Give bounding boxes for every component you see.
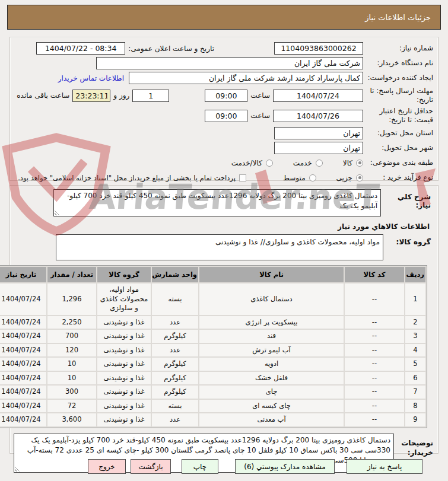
- table-cell: غذا و نوشیدنی: [97, 386, 151, 399]
- buyer-org-field[interactable]: [96, 57, 363, 69]
- purchase-type-option-medium[interactable]: متوسط: [283, 174, 316, 182]
- table-row: 2--بیسکویت پر انرژیعددغذا و نوشیدنی2,250…: [0, 316, 425, 329]
- items-groupbox: شرح کلي نیاز: دستمال کاغذی رومیزی بیتا 2…: [9, 185, 439, 454]
- print-button[interactable]: چاپ: [182, 459, 218, 474]
- row-price-validity: حداقل تاریخ اعتبار قیمت: تا تاریخ: ساعت: [15, 106, 433, 126]
- respond-to-need-button[interactable]: پاسخ به نیاز: [347, 459, 422, 474]
- table-cell: 3,600: [47, 413, 96, 426]
- treasury-checkbox-label: پرداخت تمام یا بخشی از مبلغ خرید،از محل …: [18, 174, 236, 182]
- buyer-contact-link[interactable]: اطلاعات تماس خریدار: [58, 74, 124, 82]
- table-cell: 6: [405, 372, 425, 385]
- subject-class-option-goods[interactable]: کالا: [343, 159, 363, 167]
- price-validity-label: حداقل تاریخ اعتبار قیمت: تا تاریخ:: [363, 107, 433, 125]
- subject-class-option-service[interactable]: خدمت: [293, 159, 323, 167]
- table-cell: 1404/07/24: [0, 344, 46, 357]
- table-cell: بسته: [152, 283, 198, 315]
- table-cell: چای: [199, 386, 344, 399]
- table-cell: --: [345, 400, 404, 413]
- delivery-province-field[interactable]: [274, 127, 363, 139]
- table-cell: غذا و نوشیدنی: [97, 330, 151, 343]
- table-cell: فلفل خشک: [199, 372, 344, 385]
- days-remaining-label: روز و: [113, 91, 129, 100]
- resize-grip-icon[interactable]: [55, 209, 61, 215]
- price-validity-date-field[interactable]: [273, 110, 363, 122]
- announce-datetime-field[interactable]: [36, 42, 125, 55]
- need-info-groupbox: شماره نیاز: تاریخ و ساعت اعلان عمومی: نا…: [9, 37, 439, 181]
- action-button-bar: پاسخ به نیاز مشاهده مدارک پیوستي (6) چاپ…: [0, 459, 422, 474]
- table-cell: 72: [47, 400, 96, 413]
- items-section-header: اطلاعات کالاهاي مورد نیاز: [14, 222, 430, 231]
- title-bar: جزئیات اطلاعات نیاز: [7, 5, 441, 30]
- announce-datetime-label: تاریخ و ساعت اعلان عمومی:: [128, 44, 214, 53]
- table-cell: کیلوگرم: [152, 358, 198, 371]
- row-reply-deadline: مهلت ارسال پاسخ: تا تاریخ: ساعت روز و سا…: [15, 85, 433, 106]
- table-cell: 300: [47, 386, 96, 399]
- radio-goods-icon[interactable]: [356, 160, 363, 167]
- hours-remaining-field[interactable]: [72, 90, 110, 102]
- col-item-code: کد کالا: [345, 267, 404, 282]
- col-item-name: نام کالا: [199, 267, 344, 282]
- request-creator-field[interactable]: [129, 72, 363, 84]
- table-cell: بیسکویت پر انرژی: [199, 316, 344, 329]
- subject-class-label: طبقه بندی موضوعی:: [363, 158, 433, 167]
- table-cell: غذا و نوشیدنی: [97, 358, 151, 371]
- table-cell: عدد: [152, 344, 198, 357]
- radio-minor-icon[interactable]: [356, 174, 363, 181]
- items-table: ردیف کد کالا نام کالا واحد شمارش گروه کا…: [0, 265, 427, 428]
- radio-goods-service-icon[interactable]: [266, 160, 273, 167]
- treasury-checkbox[interactable]: [239, 174, 246, 181]
- table-cell: 1: [405, 283, 425, 315]
- table-cell: --: [345, 330, 404, 343]
- table-cell: کیلوگرم: [152, 330, 198, 343]
- buyer-notes-label: توضیحات خریدار:: [394, 434, 433, 458]
- table-cell: --: [345, 283, 404, 315]
- need-description-textarea[interactable]: دستمال کاغذی رومیزی بیتا 200 برگ دولایه …: [53, 189, 381, 216]
- request-creator-label: ایجاد کننده درخواست:: [363, 74, 433, 82]
- need-description-row: شرح کلي نیاز: دستمال کاغذی رومیزی بیتا 2…: [14, 189, 434, 216]
- col-group: گروه کالا: [97, 267, 151, 282]
- hours-remaining-label: ساعت باقی مانده: [17, 91, 69, 100]
- view-attached-docs-button[interactable]: مشاهده مدارک پیوستي (6): [235, 459, 335, 474]
- days-remaining-field[interactable]: [132, 90, 169, 102]
- items-table-body: 1--دستمال کاغذیبستهمواد اولیه، محصولات ک…: [0, 283, 425, 426]
- purchase-type-option-minor[interactable]: جزیی: [336, 174, 363, 182]
- delivery-province-label: استان محل تحویل:: [363, 129, 433, 138]
- table-cell: غذا و نوشیدنی: [97, 400, 151, 413]
- reply-deadline-date-field[interactable]: [273, 90, 363, 102]
- table-cell: 1404/07/24: [0, 372, 46, 385]
- radio-goods-service-label: کالا/خدمت: [231, 159, 262, 167]
- table-cell: قند: [199, 330, 344, 343]
- delivery-city-field[interactable]: [274, 142, 363, 154]
- table-cell: آب معدنی: [199, 413, 344, 426]
- table-cell: 10: [47, 372, 96, 385]
- buyer-org-label: نام دستگاه خریدار:: [363, 59, 433, 68]
- table-cell: مواد اولیه، محصولات کاغذی و سلولزی: [97, 283, 151, 315]
- page-title: جزئیات اطلاعات نیاز: [365, 13, 431, 22]
- table-cell: آب لیمو ترش: [199, 344, 344, 357]
- col-unit: واحد شمارش: [152, 267, 198, 282]
- table-row: 7--چایکیلوگرمغذا و نوشیدنی3001404/07/24: [0, 386, 425, 399]
- table-cell: 1,296: [47, 283, 96, 315]
- radio-service-icon[interactable]: [316, 160, 323, 167]
- table-cell: 2: [405, 316, 425, 329]
- page: AriaTender.neT جزئیات اطلاعات نیاز شماره…: [0, 0, 448, 481]
- product-group-label: گروه کالا:: [383, 234, 431, 246]
- exit-button[interactable]: خروج: [88, 459, 126, 474]
- product-group-text: مواد اولیه، محصولات کاغذی و سلولزی// غذا…: [215, 238, 380, 246]
- table-cell: 3: [405, 330, 425, 343]
- table-cell: کیلوگرم: [152, 372, 198, 385]
- table-cell: 8: [405, 400, 425, 413]
- table-row: 4--آب لیمو ترشعددغذا و نوشیدنی1201404/07…: [0, 344, 425, 357]
- radio-medium-icon[interactable]: [309, 174, 316, 181]
- price-validity-time-field[interactable]: [205, 110, 247, 122]
- radio-goods-label: کالا: [343, 159, 352, 167]
- back-button[interactable]: بازگشت: [131, 459, 171, 474]
- product-group-box[interactable]: مواد اولیه، محصولات کاغذی و سلولزی// غذا…: [56, 234, 383, 260]
- reply-deadline-time-field[interactable]: [205, 90, 247, 102]
- need-number-field[interactable]: [274, 42, 363, 55]
- table-cell: غذا و نوشیدنی: [97, 413, 151, 426]
- subject-class-option-goods-service[interactable]: کالا/خدمت: [231, 159, 273, 167]
- need-description-label: شرح کلي نیاز:: [381, 189, 431, 209]
- table-cell: بسته: [152, 400, 198, 413]
- table-cell: 1404/07/24: [0, 316, 46, 329]
